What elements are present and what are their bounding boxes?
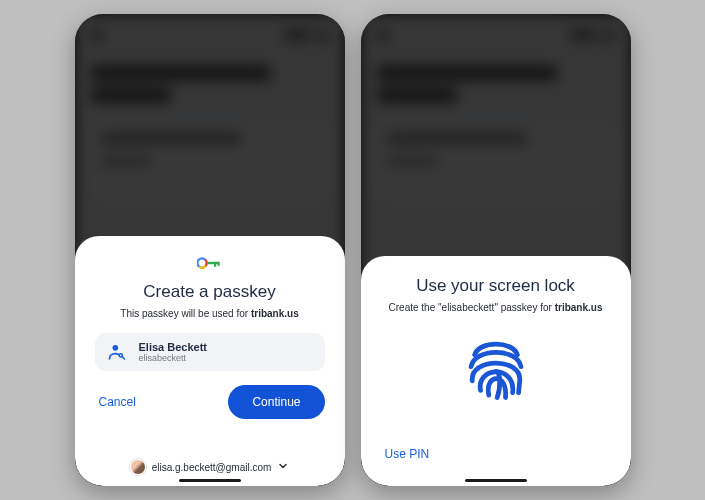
- account-username: elisabeckett: [139, 353, 207, 363]
- cancel-button[interactable]: Cancel: [95, 387, 140, 417]
- svg-point-6: [112, 345, 118, 351]
- google-account-switcher[interactable]: elisa.g.beckett@gmail.com: [130, 452, 290, 478]
- sheet-subtitle: This passkey will be used for tribank.us: [93, 308, 327, 319]
- phone-right: Use your screen lock Create the "elisabe…: [361, 14, 631, 486]
- phone-left: Create a passkey This passkey will be us…: [75, 14, 345, 486]
- account-text: Elisa Beckett elisabeckett: [139, 341, 207, 363]
- account-name: Elisa Beckett: [139, 341, 207, 353]
- sheet-title: Create a passkey: [93, 282, 327, 302]
- chevron-down-icon: [277, 458, 289, 476]
- sheet-subtitle: Create the "elisabeckett" passkey for tr…: [379, 302, 613, 313]
- sheet-title: Use your screen lock: [379, 276, 613, 296]
- continue-button[interactable]: Continue: [228, 385, 324, 419]
- avatar: [130, 459, 146, 475]
- account-email: elisa.g.beckett@gmail.com: [152, 462, 272, 473]
- screen-lock-sheet: Use your screen lock Create the "elisabe…: [361, 256, 631, 486]
- use-pin-button[interactable]: Use PIN: [381, 439, 434, 469]
- google-passkey-icon: [197, 256, 223, 274]
- home-indicator: [179, 479, 241, 482]
- svg-rect-3: [207, 262, 219, 264]
- svg-rect-4: [214, 262, 216, 267]
- create-passkey-sheet: Create a passkey This passkey will be us…: [75, 236, 345, 486]
- person-key-icon: [107, 342, 127, 362]
- fingerprint-icon[interactable]: [458, 331, 534, 411]
- account-card[interactable]: Elisa Beckett elisabeckett: [95, 333, 325, 371]
- home-indicator: [465, 479, 527, 482]
- action-row: Cancel Continue: [95, 385, 325, 419]
- svg-rect-5: [217, 262, 219, 266]
